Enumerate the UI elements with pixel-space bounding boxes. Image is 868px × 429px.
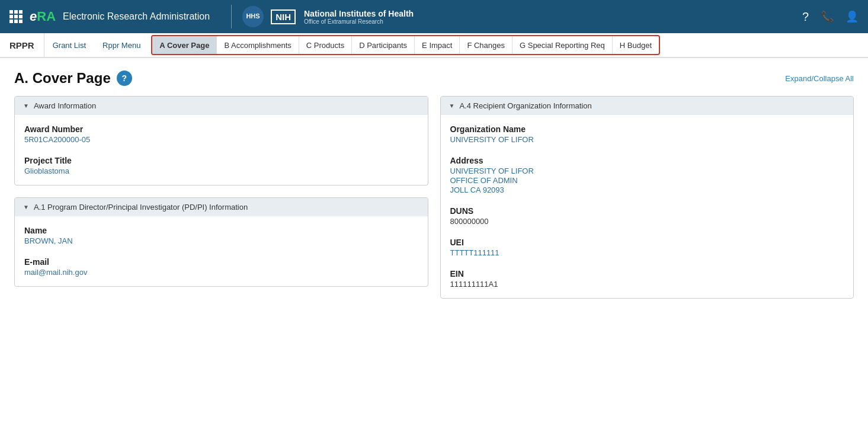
pi-name-label: Name	[24, 226, 418, 235]
address-line1: UNIVERSITY OF LIFOR	[450, 167, 844, 175]
award-chevron-icon: ▼	[23, 103, 29, 109]
tab-a-cover-page[interactable]: A Cover Page	[152, 36, 217, 54]
header-divider	[231, 5, 232, 28]
page-help-icon[interactable]: ?	[117, 71, 132, 86]
page-title-area: A. Cover Page ?	[14, 70, 132, 87]
award-information-card: ▼ Award Information Award Number 5R01CA2…	[14, 96, 428, 185]
org-header-label: A.4 Recipient Organization Information	[459, 101, 591, 110]
address-label: Address	[450, 156, 844, 165]
phone-button[interactable]: 📞	[821, 10, 834, 23]
ein-field: EIN 111111111A1	[450, 269, 844, 289]
left-column: ▼ Award Information Award Number 5R01CA2…	[14, 96, 428, 299]
right-column: ▼ A.4 Recipient Organization Information…	[440, 96, 854, 299]
duns-value: 800000000	[450, 217, 844, 226]
award-header-label: Award Information	[34, 101, 96, 110]
user-button[interactable]: 👤	[845, 10, 859, 23]
tab-g-special-reporting[interactable]: G Special Reporting Req	[513, 36, 613, 54]
ein-value: 111111111A1	[450, 280, 844, 289]
two-col-layout: ▼ Award Information Award Number 5R01CA2…	[14, 96, 854, 299]
svg-text:HHS: HHS	[246, 12, 260, 20]
pi-section-card: ▼ A.1 Program Director/Principal Investi…	[14, 197, 428, 287]
pi-name-field: Name BROWN, JAN	[24, 226, 418, 245]
pi-chevron-icon: ▼	[23, 204, 29, 210]
org-name-field: Organization Name UNIVERSITY OF LIFOR	[450, 124, 844, 144]
nav-bar: RPPR Grant List Rppr Menu A Cover Page B…	[0, 33, 868, 58]
duns-label: DUNS	[450, 206, 844, 216]
address-block: UNIVERSITY OF LIFOR OFFICE OF ADMIN JOLL…	[450, 167, 844, 194]
page-title: A. Cover Page	[14, 70, 111, 87]
pi-name-value: BROWN, JAN	[24, 236, 418, 245]
hhs-icon: HHS	[241, 5, 265, 28]
award-number-label: Award Number	[24, 124, 418, 134]
nih-logo-area: HHS NIH National Institutes of Health Of…	[241, 5, 802, 28]
project-title-label: Project Title	[24, 156, 418, 165]
tab-f-changes[interactable]: F Changes	[460, 36, 513, 54]
project-title-value: Glioblastoma	[24, 167, 418, 175]
help-button[interactable]: ?	[802, 10, 809, 24]
header-actions: ? 📞 👤	[802, 10, 859, 24]
tab-d-participants[interactable]: D Participants	[352, 36, 415, 54]
tab-bar: A Cover Page B Accomplishments C Product…	[151, 35, 660, 55]
duns-field: DUNS 800000000	[450, 206, 844, 226]
pi-section-header[interactable]: ▼ A.1 Program Director/Principal Investi…	[15, 198, 428, 216]
project-title-field: Project Title Glioblastoma	[24, 156, 418, 175]
tab-b-accomplishments[interactable]: B Accomplishments	[217, 36, 299, 54]
award-number-field: Award Number 5R01CA200000-05	[24, 124, 418, 144]
award-information-header[interactable]: ▼ Award Information	[15, 97, 428, 115]
era-logo: e RA	[30, 9, 56, 24]
main-content: A. Cover Page ? Expand/Collapse All ▼ Aw…	[0, 58, 868, 310]
pi-email-value: mail@mail.nih.gov	[24, 268, 418, 277]
org-name-label: Organization Name	[450, 124, 844, 134]
org-name-value: UNIVERSITY OF LIFOR	[450, 135, 844, 144]
app-title: Electronic Research Administration	[63, 11, 210, 22]
pi-section-body: Name BROWN, JAN E-mail mail@mail.nih.gov	[15, 216, 428, 286]
ein-label: EIN	[450, 269, 844, 278]
nih-badge: NIH	[271, 9, 296, 24]
page-title-row: A. Cover Page ? Expand/Collapse All	[14, 70, 854, 87]
org-section-body: Organization Name UNIVERSITY OF LIFOR Ad…	[441, 115, 854, 298]
award-section-body: Award Number 5R01CA200000-05 Project Tit…	[15, 115, 428, 185]
pi-email-label: E-mail	[24, 257, 418, 267]
uei-value: TTTTT111111	[450, 248, 844, 257]
tab-c-products[interactable]: C Products	[299, 36, 352, 54]
tab-e-impact[interactable]: E Impact	[415, 36, 460, 54]
nav-grant-list[interactable]: Grant List	[44, 33, 94, 57]
pi-header-label: A.1 Program Director/Principal Investiga…	[34, 203, 248, 212]
org-chevron-icon: ▼	[449, 103, 455, 109]
nih-text-block: National Institutes of Health Office of …	[304, 9, 414, 25]
address-line3: JOLL CA 92093	[450, 185, 844, 194]
uei-label: UEI	[450, 238, 844, 247]
nav-rppr-label: RPPR	[0, 33, 44, 57]
grid-menu-icon[interactable]	[9, 10, 23, 23]
app-header: e RA Electronic Research Administration …	[0, 0, 868, 33]
org-section-header[interactable]: ▼ A.4 Recipient Organization Information	[441, 97, 854, 115]
address-line2: OFFICE OF ADMIN	[450, 176, 844, 185]
pi-email-field: E-mail mail@mail.nih.gov	[24, 257, 418, 277]
uei-field: UEI TTTTT111111	[450, 238, 844, 257]
org-section-card: ▼ A.4 Recipient Organization Information…	[440, 96, 854, 299]
address-field: Address UNIVERSITY OF LIFOR OFFICE OF AD…	[450, 156, 844, 194]
expand-collapse-all[interactable]: Expand/Collapse All	[785, 74, 854, 83]
nav-rppr-menu[interactable]: Rppr Menu	[94, 33, 149, 57]
award-number-value: 5R01CA200000-05	[24, 135, 418, 144]
tab-h-budget[interactable]: H Budget	[613, 36, 659, 54]
